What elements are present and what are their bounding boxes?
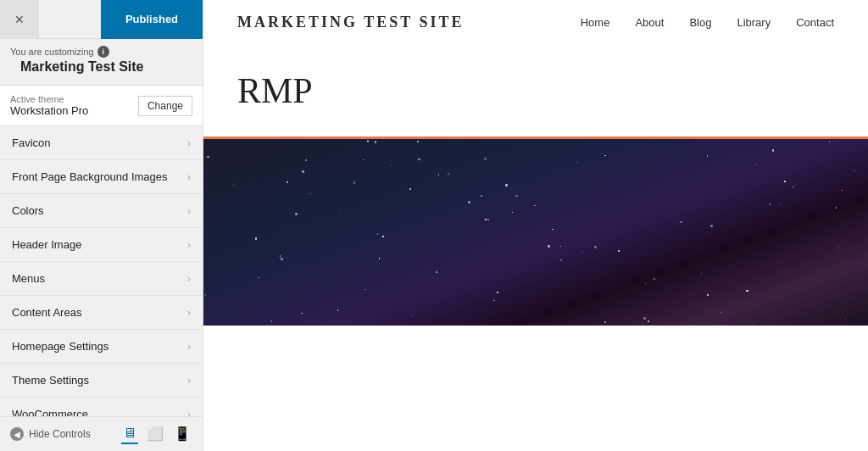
rmp-section: RMP <box>203 45 868 139</box>
site-logo: MARKETING TEST SITE <box>237 14 464 31</box>
sidebar-item-label: WooCommerce <box>12 408 88 416</box>
change-theme-button[interactable]: Change <box>138 96 192 116</box>
customizing-label: You are customizing i <box>10 46 192 58</box>
nav-link-contact[interactable]: Contact <box>796 16 834 29</box>
rmp-text: RMP <box>237 70 834 111</box>
sidebar-item-label: Homepage Settings <box>12 340 108 353</box>
active-theme-label: Active theme <box>10 94 88 104</box>
sidebar-item-label: Theme Settings <box>12 374 89 387</box>
preview-area: MARKETING TEST SITE HomeAboutBlogLibrary… <box>203 0 868 451</box>
preview-header: MARKETING TEST SITE HomeAboutBlogLibrary… <box>203 0 868 45</box>
nav-link-library[interactable]: Library <box>737 16 771 29</box>
sidebar-item-label: Content Areas <box>12 306 81 319</box>
sidebar-item-label: Front Page Background Images <box>12 170 168 183</box>
preview-content: RMP <box>203 45 868 451</box>
chevron-right-icon: › <box>187 374 191 387</box>
active-theme-name: Workstation Pro <box>10 104 88 117</box>
hide-controls-arrow-icon: ◀ <box>10 427 24 441</box>
hero-image <box>203 139 868 326</box>
nav-list: Favicon›Front Page Background Images›Col… <box>0 126 203 416</box>
sidebar-item-label: Favicon <box>12 136 51 149</box>
chevron-right-icon: › <box>187 272 191 285</box>
sidebar-item-favicon[interactable]: Favicon› <box>0 126 203 160</box>
active-theme-bar: Active theme Workstation Pro Change <box>0 86 203 126</box>
sidebar-item-content-areas[interactable]: Content Areas› <box>0 296 203 330</box>
sidebar-item-homepage-settings[interactable]: Homepage Settings› <box>0 330 203 364</box>
chevron-right-icon: › <box>187 170 191 183</box>
mobile-view-icon[interactable]: 📱 <box>172 424 192 444</box>
site-title: Marketing Test Site <box>10 58 192 81</box>
chevron-right-icon: › <box>187 238 191 251</box>
tablet-view-icon[interactable]: ⬜ <box>145 424 165 444</box>
sidebar-item-label: Colors <box>12 204 44 217</box>
sidebar-item-label: Menus <box>12 272 45 285</box>
sidebar-item-colors[interactable]: Colors› <box>0 194 203 228</box>
device-icons: 🖥 ⬜ 📱 <box>121 424 192 444</box>
chevron-right-icon: › <box>187 408 191 416</box>
chevron-right-icon: › <box>187 340 191 353</box>
desktop-view-icon[interactable]: 🖥 <box>121 424 138 444</box>
hide-controls-label: Hide Controls <box>29 428 91 440</box>
sidebar-footer: ◀ Hide Controls 🖥 ⬜ 📱 <box>0 416 203 451</box>
sidebar-item-front-page-bg[interactable]: Front Page Background Images› <box>0 160 203 194</box>
sidebar-item-header-image[interactable]: Header Image› <box>0 228 203 262</box>
close-icon: ✕ <box>14 13 25 26</box>
sidebar-header: ✕ Published <box>0 0 203 39</box>
info-icon: i <box>97 46 109 58</box>
published-button[interactable]: Published <box>101 0 203 39</box>
preview-nav: HomeAboutBlogLibraryContact <box>581 16 834 29</box>
chevron-right-icon: › <box>187 204 191 217</box>
hide-controls-button[interactable]: ◀ Hide Controls <box>10 424 91 444</box>
nav-link-blog[interactable]: Blog <box>689 16 711 29</box>
sidebar-item-theme-settings[interactable]: Theme Settings› <box>0 364 203 398</box>
sidebar-item-woocommerce[interactable]: WooCommerce› <box>0 398 203 416</box>
chevron-right-icon: › <box>187 136 191 149</box>
nav-link-home[interactable]: Home <box>581 16 610 29</box>
sidebar-item-label: Header Image <box>12 238 81 251</box>
sidebar: ✕ Published You are customizing i Market… <box>0 0 203 451</box>
nav-link-about[interactable]: About <box>635 16 664 29</box>
chevron-right-icon: › <box>187 306 191 319</box>
close-button[interactable]: ✕ <box>0 0 39 39</box>
customizing-bar: You are customizing i Marketing Test Sit… <box>0 39 203 86</box>
sidebar-item-menus[interactable]: Menus› <box>0 262 203 296</box>
